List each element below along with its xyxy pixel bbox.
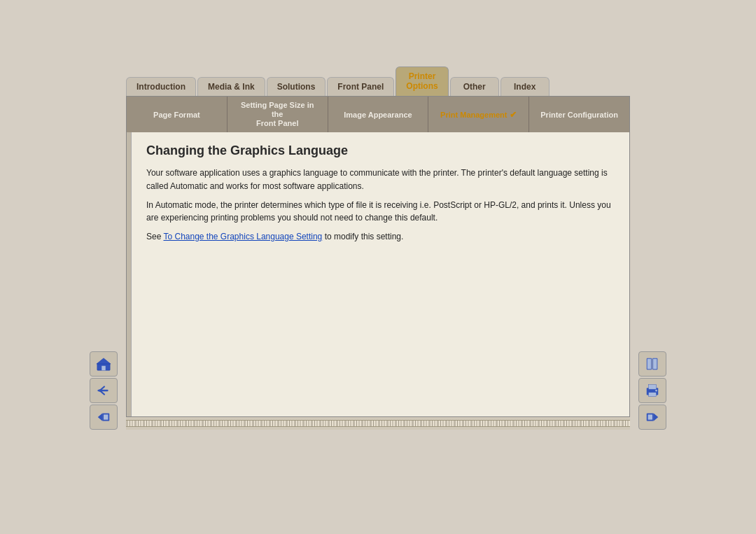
subtab-setting-page-size[interactable]: Setting Page Size in theFront Panel [227, 97, 328, 133]
content-spacer [127, 262, 629, 416]
graphics-language-link[interactable]: To Change the Graphics Language Setting [163, 232, 322, 241]
subtab-print-management[interactable]: Print Management ✔ [428, 97, 529, 133]
svg-marker-1 [97, 358, 111, 364]
spiral-decoration [126, 417, 630, 430]
svg-rect-5 [104, 415, 108, 420]
forward-right-button[interactable] [638, 405, 666, 430]
svg-rect-16 [648, 415, 652, 420]
tab-introduction[interactable]: Introduction [126, 77, 196, 96]
tab-printer-options[interactable]: PrinterOptions [396, 66, 448, 96]
forward-left-button[interactable] [90, 405, 118, 430]
content-paragraph-2: In Automatic mode, the printer determine… [146, 199, 615, 225]
main-tabs: Introduction Media & Ink Solutions Front… [126, 66, 630, 96]
svg-marker-3 [98, 414, 102, 421]
vertical-stripe [127, 132, 132, 416]
tab-other[interactable]: Other [450, 77, 499, 96]
book-button[interactable] [638, 351, 666, 377]
subtab-page-format[interactable]: Page Format [127, 97, 227, 133]
checkmark-icon: ✔ [510, 110, 517, 120]
subtab-image-appearance[interactable]: Image Appearance [328, 97, 429, 133]
back-button[interactable] [90, 378, 118, 403]
tab-index[interactable]: Index [500, 77, 550, 96]
subtab-printer-configuration[interactable]: Printer Configuration [529, 97, 629, 133]
print-button[interactable] [638, 378, 666, 403]
svg-marker-14 [654, 414, 658, 421]
bottom-spiral-bar [126, 417, 630, 430]
svg-rect-11 [649, 385, 657, 389]
content-title: Changing the Graphics Language [146, 143, 615, 158]
svg-point-13 [655, 390, 657, 392]
left-nav-buttons [90, 351, 118, 430]
svg-rect-2 [102, 366, 106, 370]
subtabs-bar: Page Format Setting Page Size in theFron… [126, 96, 630, 133]
right-nav-buttons [638, 351, 666, 430]
tab-solutions[interactable]: Solutions [267, 77, 326, 96]
home-button[interactable] [90, 351, 118, 377]
svg-rect-9 [653, 359, 657, 370]
svg-rect-12 [649, 393, 657, 397]
content-paragraph-1: Your software application uses a graphic… [146, 167, 615, 192]
content-paragraph-3: See To Change the Graphics Language Sett… [146, 230, 615, 244]
tab-front-panel[interactable]: Front Panel [327, 77, 394, 96]
svg-rect-8 [648, 359, 652, 370]
tab-media-ink[interactable]: Media & Ink [197, 77, 265, 96]
content-area: Changing the Graphics Language Your soft… [126, 132, 630, 417]
